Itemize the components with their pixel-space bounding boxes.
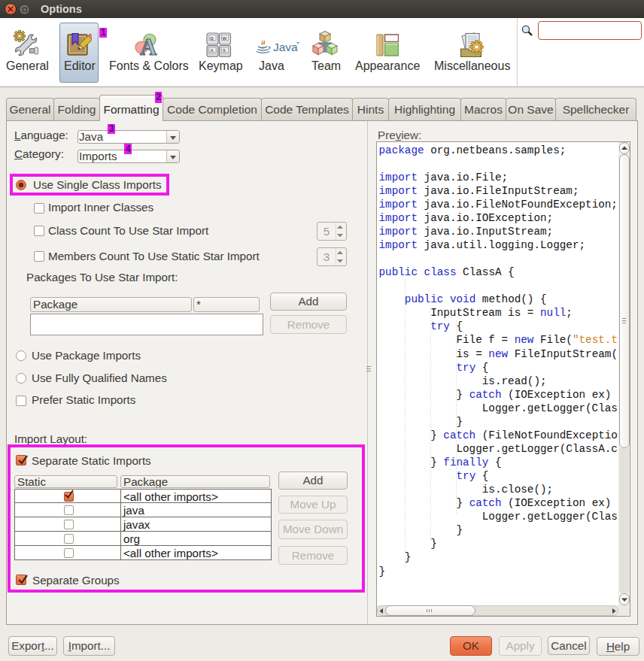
svg-text:Java: Java — [273, 41, 298, 53]
svg-text:S: S — [223, 48, 226, 53]
svg-text:Q: Q — [210, 36, 214, 41]
svg-text:A: A — [140, 34, 157, 59]
svg-text:W: W — [223, 36, 227, 41]
svg-text:A: A — [211, 48, 214, 53]
